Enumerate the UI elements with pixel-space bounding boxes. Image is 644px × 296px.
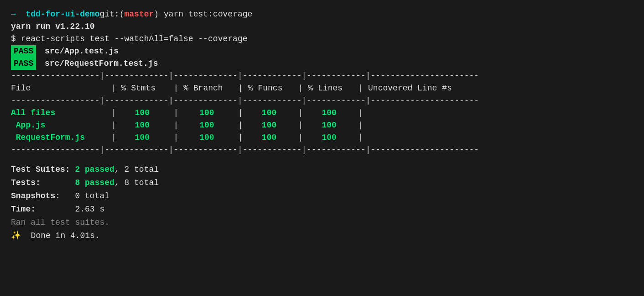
row-file-requestformjs: RequestForm.js xyxy=(11,132,111,144)
row-sep-4b: | xyxy=(298,119,308,132)
row-sep-2c: | xyxy=(174,132,184,144)
row-stmts-appjs: 100 xyxy=(121,119,174,132)
table-sep-4: | xyxy=(298,82,308,95)
row-branch-allfiles: 100 xyxy=(183,107,238,119)
summary-tests-label: Tests: xyxy=(11,177,70,189)
summary-time-space xyxy=(70,203,75,216)
row-file-allfiles: All files xyxy=(11,107,111,119)
terminal: → tdd-for-ui-demo git: ( master ) yarn t… xyxy=(11,8,633,242)
summary-snapshots-space xyxy=(70,190,75,202)
table-header-branch: % Branch xyxy=(183,82,238,95)
row-sep-4: | xyxy=(298,107,308,119)
prompt-dir: tdd-for-ui-demo xyxy=(26,8,99,21)
summary-suites-label: Test Suites: xyxy=(11,164,70,176)
row-file-appjs: App.js xyxy=(11,119,111,132)
pass-badge-2: PASS xyxy=(11,58,36,70)
summary-done-icon: ✨ xyxy=(11,230,21,242)
summary-ran-text: Ran all test suites. xyxy=(11,217,109,229)
pass-line-2: PASS src/RequestForm.test.js xyxy=(11,58,633,70)
yarn-run-line: yarn run v1.22.10 xyxy=(11,21,633,33)
row-sep-1b: | xyxy=(111,119,121,132)
prompt-arrow: → xyxy=(11,8,16,21)
row-stmts-requestformjs: 100 xyxy=(121,132,174,144)
row-branch-requestformjs: 100 xyxy=(183,132,238,144)
table-row-appjs: App.js | 100 | 100 | 100 | 100 | xyxy=(11,119,633,132)
row-sep-1: | xyxy=(111,107,121,119)
summary-time-label: Time: xyxy=(11,203,70,216)
prompt-command: yarn test:coverage xyxy=(159,8,252,21)
summary-snapshots-label: Snapshots: xyxy=(11,190,70,202)
row-funcs-appjs: 100 xyxy=(248,119,298,132)
prompt-branch-close: ) xyxy=(154,8,159,21)
table-header-uncovered: Uncovered Line #s xyxy=(368,82,452,95)
row-sep-3c: | xyxy=(238,132,248,144)
table-row-allfiles: All files | 100 | 100 | 100 | 100 | xyxy=(11,107,633,119)
table-sep-2: | xyxy=(174,82,184,95)
summary-tests-passed: 8 passed xyxy=(75,177,114,189)
table-separator-mid: ------------------|-------------|-------… xyxy=(11,95,633,107)
summary-tests-line: Tests: 8 passed , 8 total xyxy=(11,177,633,189)
summary-tests-rest: , 8 total xyxy=(114,177,159,189)
pass-line-1: PASS src/App.test.js xyxy=(11,45,633,58)
row-lines-appjs: 100 xyxy=(308,119,358,132)
summary-done-line: ✨ Done in 4.01s. xyxy=(11,230,633,242)
summary-snapshots-line: Snapshots: 0 total xyxy=(11,190,633,202)
pass-badge-1: PASS xyxy=(11,45,36,58)
pass-file-1: src/App.test.js xyxy=(40,45,119,58)
yarn-run-text: yarn run v1.22.10 xyxy=(11,21,95,33)
summary-done-text: Done in 4.01s. xyxy=(21,230,100,242)
summary-suites-line: Test Suites: 2 passed , 2 total xyxy=(11,164,633,176)
row-sep-2b: | xyxy=(174,119,184,132)
table-header-lines: % Lines xyxy=(308,82,358,95)
table-sep-3: | xyxy=(238,82,248,95)
row-sep-5b: | xyxy=(358,119,368,132)
table-sep-5: | xyxy=(358,82,368,95)
pass-file-2: src/RequestForm.test.js xyxy=(40,58,158,70)
prompt-branch: master xyxy=(124,8,154,21)
table-separator-bot: ------------------|-------------|-------… xyxy=(11,144,633,156)
summary-suites-space xyxy=(70,164,75,176)
row-stmts-allfiles: 100 xyxy=(121,107,174,119)
prompt-git: git: xyxy=(99,8,119,21)
summary-time-line: Time: 2.63 s xyxy=(11,203,633,216)
summary-tests-space xyxy=(70,177,75,189)
row-sep-3: | xyxy=(238,107,248,119)
row-branch-appjs: 100 xyxy=(183,119,238,132)
summary-suites-rest: , 2 total xyxy=(114,164,159,176)
table-header-funcs: % Funcs xyxy=(248,82,298,95)
summary-time-value: 2.63 s xyxy=(75,203,104,216)
row-sep-5: | xyxy=(358,107,368,119)
table-header-stmts: % Stmts xyxy=(121,82,174,95)
row-lines-requestformjs: 100 xyxy=(308,132,358,144)
table-header-file: File xyxy=(11,82,111,95)
row-sep-5c: | xyxy=(358,132,368,144)
table-separator-top: ------------------|-------------|-------… xyxy=(11,70,633,82)
summary-section: Test Suites: 2 passed , 2 total Tests: 8… xyxy=(11,164,633,242)
table-header-row: File | % Stmts | % Branch | % Funcs | % … xyxy=(11,82,633,95)
react-scripts-text: $ react-scripts test --watchAll=false --… xyxy=(11,33,247,45)
row-sep-4c: | xyxy=(298,132,308,144)
summary-ran-line: Ran all test suites. xyxy=(11,217,633,229)
prompt-line: → tdd-for-ui-demo git: ( master ) yarn t… xyxy=(11,8,633,21)
row-sep-2: | xyxy=(174,107,184,119)
summary-snapshots-value: 0 total xyxy=(75,190,109,202)
row-funcs-requestformjs: 100 xyxy=(248,132,298,144)
table-row-requestformjs: RequestForm.js | 100 | 100 | 100 | 100 | xyxy=(11,132,633,144)
row-sep-1c: | xyxy=(111,132,121,144)
table-sep-1: | xyxy=(111,82,121,95)
row-lines-allfiles: 100 xyxy=(308,107,358,119)
row-sep-3b: | xyxy=(238,119,248,132)
prompt-arrow-space xyxy=(16,8,26,21)
summary-suites-passed: 2 passed xyxy=(75,164,114,176)
react-scripts-line: $ react-scripts test --watchAll=false --… xyxy=(11,33,633,45)
prompt-branch-open: ( xyxy=(119,8,125,21)
row-funcs-allfiles: 100 xyxy=(248,107,298,119)
